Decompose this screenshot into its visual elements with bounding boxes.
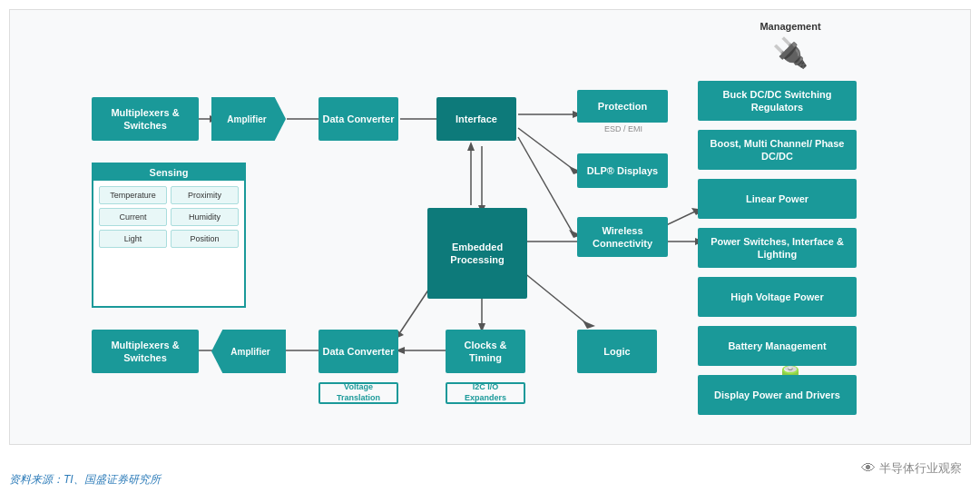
battery-management-block: Battery Management [698, 326, 857, 366]
sensing-light: Light [99, 230, 167, 248]
logic-block: Logic [577, 330, 657, 373]
amplifier-bottom-block: Amplifier [211, 330, 286, 373]
embedded-processing-block: Embedded Processing [427, 208, 527, 299]
main-container: Management 🔌 🔋 Multiplexers & Switches A… [0, 0, 980, 493]
clocks-timing-block: Clocks & Timing [446, 330, 525, 373]
sensing-proximity: Proximity [171, 186, 239, 204]
management-icon-top: 🔌 [763, 35, 818, 70]
interface-block: Interface [436, 97, 516, 141]
footer-source: 资料来源：TI、国盛证券研究所 [9, 472, 161, 488]
high-voltage-block: High Voltage Power [698, 277, 857, 317]
watermark: 👁 半导体行业观察 [861, 460, 962, 477]
svg-line-12 [518, 128, 573, 169]
linear-power-block: Linear Power [698, 179, 857, 219]
management-label: Management [754, 21, 827, 32]
boost-dcdc-block: Boost, Multi Channel/ Phase DC/DC [698, 130, 857, 170]
sensing-current: Current [99, 208, 167, 226]
wireless-connectivity-block: Wireless Connectivity [577, 217, 668, 257]
diagram-area: Management 🔌 🔋 Multiplexers & Switches A… [9, 9, 971, 445]
dlp-displays-block: DLP® Displays [577, 153, 668, 188]
multiplexers-bottom-block: Multiplexers & Switches [92, 330, 199, 373]
amplifier-top-block: Amplifier [211, 97, 286, 141]
buck-dcdc-block: Buck DC/DC Switching Regulators [698, 81, 857, 121]
sensing-temperature: Temperature [99, 186, 167, 204]
protection-sub: ESD / EMI [580, 124, 667, 133]
multiplexers-top-block: Multiplexers & Switches [92, 97, 199, 141]
sensing-position: Position [171, 230, 239, 248]
sensing-grid: Temperature Proximity Current Humidity L… [93, 181, 244, 253]
i2c-expanders-block: I2C I/O Expanders [446, 382, 525, 404]
svg-marker-9 [467, 142, 475, 151]
data-converter-top-block: Data Converter [318, 97, 398, 141]
sensing-humidity: Humidity [171, 208, 239, 226]
svg-marker-21 [583, 320, 595, 329]
protection-block: Protection [577, 90, 668, 123]
power-switches-block: Power Switches, Interface & Lighting [698, 228, 857, 268]
data-converter-bottom-block: Data Converter [318, 330, 398, 373]
display-power-block: Display Power and Drivers [698, 375, 857, 415]
sensing-title: Sensing [93, 164, 244, 181]
sensing-container: Sensing Temperature Proximity Current Hu… [92, 163, 246, 308]
voltage-translation-block: Voltage Translation [318, 382, 398, 404]
